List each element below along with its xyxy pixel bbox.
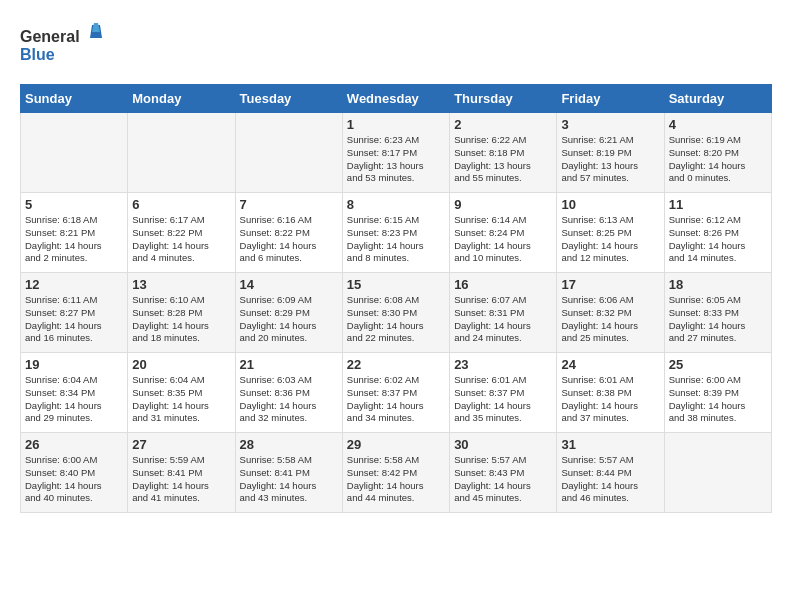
- day-info: Sunrise: 6:04 AM Sunset: 8:35 PM Dayligh…: [132, 374, 230, 425]
- calendar-cell: 28Sunrise: 5:58 AM Sunset: 8:41 PM Dayli…: [235, 433, 342, 513]
- logo: General Blue: [20, 20, 110, 74]
- day-number: 17: [561, 277, 659, 292]
- day-info: Sunrise: 6:10 AM Sunset: 8:28 PM Dayligh…: [132, 294, 230, 345]
- day-number: 28: [240, 437, 338, 452]
- calendar-cell: [128, 113, 235, 193]
- day-info: Sunrise: 6:15 AM Sunset: 8:23 PM Dayligh…: [347, 214, 445, 265]
- day-number: 8: [347, 197, 445, 212]
- day-info: Sunrise: 6:00 AM Sunset: 8:40 PM Dayligh…: [25, 454, 123, 505]
- calendar-cell: 22Sunrise: 6:02 AM Sunset: 8:37 PM Dayli…: [342, 353, 449, 433]
- calendar-cell: 16Sunrise: 6:07 AM Sunset: 8:31 PM Dayli…: [450, 273, 557, 353]
- day-info: Sunrise: 6:06 AM Sunset: 8:32 PM Dayligh…: [561, 294, 659, 345]
- day-number: 6: [132, 197, 230, 212]
- day-info: Sunrise: 5:57 AM Sunset: 8:44 PM Dayligh…: [561, 454, 659, 505]
- calendar-cell: 25Sunrise: 6:00 AM Sunset: 8:39 PM Dayli…: [664, 353, 771, 433]
- calendar-cell: 11Sunrise: 6:12 AM Sunset: 8:26 PM Dayli…: [664, 193, 771, 273]
- header-day-friday: Friday: [557, 85, 664, 113]
- calendar-table: SundayMondayTuesdayWednesdayThursdayFrid…: [20, 84, 772, 513]
- day-number: 22: [347, 357, 445, 372]
- calendar-body: 1Sunrise: 6:23 AM Sunset: 8:17 PM Daylig…: [21, 113, 772, 513]
- calendar-cell: 8Sunrise: 6:15 AM Sunset: 8:23 PM Daylig…: [342, 193, 449, 273]
- day-number: 7: [240, 197, 338, 212]
- week-row-3: 19Sunrise: 6:04 AM Sunset: 8:34 PM Dayli…: [21, 353, 772, 433]
- calendar-cell: 4Sunrise: 6:19 AM Sunset: 8:20 PM Daylig…: [664, 113, 771, 193]
- day-number: 27: [132, 437, 230, 452]
- day-number: 25: [669, 357, 767, 372]
- day-number: 3: [561, 117, 659, 132]
- day-info: Sunrise: 6:22 AM Sunset: 8:18 PM Dayligh…: [454, 134, 552, 185]
- day-number: 24: [561, 357, 659, 372]
- day-number: 30: [454, 437, 552, 452]
- logo-svg: General Blue: [20, 20, 110, 70]
- calendar-cell: 15Sunrise: 6:08 AM Sunset: 8:30 PM Dayli…: [342, 273, 449, 353]
- calendar-cell: 12Sunrise: 6:11 AM Sunset: 8:27 PM Dayli…: [21, 273, 128, 353]
- day-info: Sunrise: 6:02 AM Sunset: 8:37 PM Dayligh…: [347, 374, 445, 425]
- logo-container: General Blue: [20, 20, 110, 74]
- calendar-header: SundayMondayTuesdayWednesdayThursdayFrid…: [21, 85, 772, 113]
- calendar-cell: 17Sunrise: 6:06 AM Sunset: 8:32 PM Dayli…: [557, 273, 664, 353]
- header-day-thursday: Thursday: [450, 85, 557, 113]
- day-info: Sunrise: 6:21 AM Sunset: 8:19 PM Dayligh…: [561, 134, 659, 185]
- calendar-cell: 13Sunrise: 6:10 AM Sunset: 8:28 PM Dayli…: [128, 273, 235, 353]
- calendar-cell: 7Sunrise: 6:16 AM Sunset: 8:22 PM Daylig…: [235, 193, 342, 273]
- day-number: 1: [347, 117, 445, 132]
- day-number: 14: [240, 277, 338, 292]
- header-day-monday: Monday: [128, 85, 235, 113]
- calendar-cell: 23Sunrise: 6:01 AM Sunset: 8:37 PM Dayli…: [450, 353, 557, 433]
- calendar-cell: 5Sunrise: 6:18 AM Sunset: 8:21 PM Daylig…: [21, 193, 128, 273]
- day-number: 12: [25, 277, 123, 292]
- day-info: Sunrise: 6:11 AM Sunset: 8:27 PM Dayligh…: [25, 294, 123, 345]
- calendar-cell: 19Sunrise: 6:04 AM Sunset: 8:34 PM Dayli…: [21, 353, 128, 433]
- calendar-cell: 18Sunrise: 6:05 AM Sunset: 8:33 PM Dayli…: [664, 273, 771, 353]
- header-row: SundayMondayTuesdayWednesdayThursdayFrid…: [21, 85, 772, 113]
- week-row-0: 1Sunrise: 6:23 AM Sunset: 8:17 PM Daylig…: [21, 113, 772, 193]
- day-info: Sunrise: 6:23 AM Sunset: 8:17 PM Dayligh…: [347, 134, 445, 185]
- day-number: 13: [132, 277, 230, 292]
- day-number: 23: [454, 357, 552, 372]
- calendar-cell: 10Sunrise: 6:13 AM Sunset: 8:25 PM Dayli…: [557, 193, 664, 273]
- day-info: Sunrise: 6:04 AM Sunset: 8:34 PM Dayligh…: [25, 374, 123, 425]
- calendar-cell: 30Sunrise: 5:57 AM Sunset: 8:43 PM Dayli…: [450, 433, 557, 513]
- calendar-cell: 24Sunrise: 6:01 AM Sunset: 8:38 PM Dayli…: [557, 353, 664, 433]
- calendar-cell: 1Sunrise: 6:23 AM Sunset: 8:17 PM Daylig…: [342, 113, 449, 193]
- svg-text:General: General: [20, 28, 80, 45]
- day-info: Sunrise: 6:00 AM Sunset: 8:39 PM Dayligh…: [669, 374, 767, 425]
- day-number: 26: [25, 437, 123, 452]
- page-header: General Blue: [20, 20, 772, 74]
- day-info: Sunrise: 6:01 AM Sunset: 8:37 PM Dayligh…: [454, 374, 552, 425]
- calendar-cell: [21, 113, 128, 193]
- day-number: 5: [25, 197, 123, 212]
- calendar-cell: 6Sunrise: 6:17 AM Sunset: 8:22 PM Daylig…: [128, 193, 235, 273]
- day-number: 18: [669, 277, 767, 292]
- day-info: Sunrise: 6:19 AM Sunset: 8:20 PM Dayligh…: [669, 134, 767, 185]
- day-info: Sunrise: 6:08 AM Sunset: 8:30 PM Dayligh…: [347, 294, 445, 345]
- svg-text:Blue: Blue: [20, 46, 55, 63]
- calendar-cell: 2Sunrise: 6:22 AM Sunset: 8:18 PM Daylig…: [450, 113, 557, 193]
- day-info: Sunrise: 6:17 AM Sunset: 8:22 PM Dayligh…: [132, 214, 230, 265]
- calendar-cell: 9Sunrise: 6:14 AM Sunset: 8:24 PM Daylig…: [450, 193, 557, 273]
- calendar-cell: 20Sunrise: 6:04 AM Sunset: 8:35 PM Dayli…: [128, 353, 235, 433]
- calendar-cell: 27Sunrise: 5:59 AM Sunset: 8:41 PM Dayli…: [128, 433, 235, 513]
- week-row-2: 12Sunrise: 6:11 AM Sunset: 8:27 PM Dayli…: [21, 273, 772, 353]
- day-number: 11: [669, 197, 767, 212]
- day-number: 20: [132, 357, 230, 372]
- day-info: Sunrise: 5:58 AM Sunset: 8:42 PM Dayligh…: [347, 454, 445, 505]
- day-number: 16: [454, 277, 552, 292]
- day-number: 15: [347, 277, 445, 292]
- day-info: Sunrise: 6:03 AM Sunset: 8:36 PM Dayligh…: [240, 374, 338, 425]
- calendar-cell: 21Sunrise: 6:03 AM Sunset: 8:36 PM Dayli…: [235, 353, 342, 433]
- day-info: Sunrise: 6:07 AM Sunset: 8:31 PM Dayligh…: [454, 294, 552, 345]
- header-day-sunday: Sunday: [21, 85, 128, 113]
- calendar-cell: 31Sunrise: 5:57 AM Sunset: 8:44 PM Dayli…: [557, 433, 664, 513]
- day-number: 4: [669, 117, 767, 132]
- day-number: 31: [561, 437, 659, 452]
- day-info: Sunrise: 5:57 AM Sunset: 8:43 PM Dayligh…: [454, 454, 552, 505]
- day-number: 2: [454, 117, 552, 132]
- day-number: 21: [240, 357, 338, 372]
- calendar-cell: 29Sunrise: 5:58 AM Sunset: 8:42 PM Dayli…: [342, 433, 449, 513]
- calendar-cell: 26Sunrise: 6:00 AM Sunset: 8:40 PM Dayli…: [21, 433, 128, 513]
- day-info: Sunrise: 5:58 AM Sunset: 8:41 PM Dayligh…: [240, 454, 338, 505]
- day-info: Sunrise: 6:14 AM Sunset: 8:24 PM Dayligh…: [454, 214, 552, 265]
- calendar-cell: [235, 113, 342, 193]
- svg-marker-2: [92, 23, 100, 32]
